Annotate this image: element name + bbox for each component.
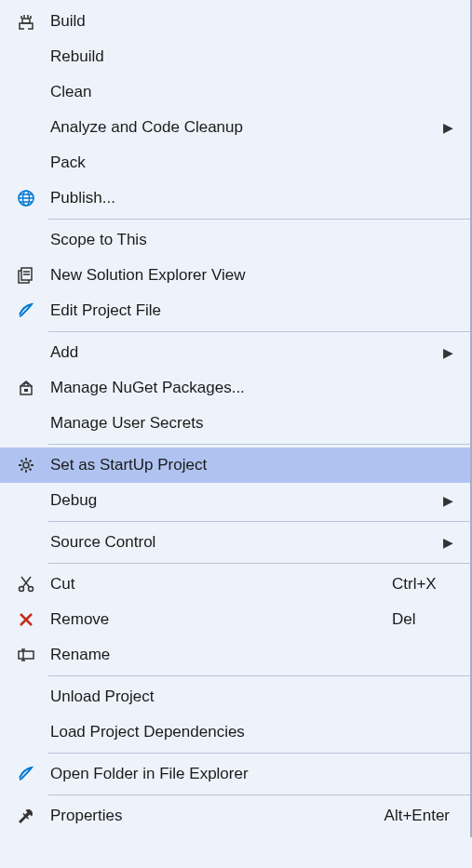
- menu-item-label: Set as StartUp Project: [45, 456, 457, 474]
- menu-item-load-project-dependencies[interactable]: Load Project Dependencies: [0, 714, 470, 750]
- menu-separator: [48, 753, 470, 754]
- svg-rect-11: [19, 651, 34, 659]
- svg-point-9: [20, 587, 24, 592]
- menu-separator: [48, 444, 470, 445]
- submenu-arrow-icon: ▶: [438, 345, 457, 360]
- menu-item-label: Unload Project: [45, 688, 457, 706]
- publish-icon: [7, 189, 45, 207]
- menu-item-label: Edit Project File: [45, 301, 457, 320]
- menu-item-add[interactable]: Add▶: [0, 335, 470, 370]
- solution-view-icon: [7, 266, 45, 285]
- menu-separator: [48, 675, 470, 676]
- menu-item-label: Debug: [45, 491, 438, 510]
- menu-item-manage-user-secrets[interactable]: Manage User Secrets: [0, 406, 470, 441]
- menu-item-manage-nuget-packages[interactable]: Manage NuGet Packages...: [0, 370, 470, 406]
- submenu-arrow-icon: ▶: [438, 535, 457, 550]
- submenu-arrow-icon: ▶: [438, 493, 457, 508]
- menu-item-cut[interactable]: CutCtrl+X: [0, 567, 470, 602]
- menu-item-pack[interactable]: Pack: [0, 145, 470, 180]
- nuget-icon: [7, 379, 45, 397]
- menu-item-analyze-and-code-cleanup[interactable]: Analyze and Code Cleanup▶: [0, 110, 470, 145]
- menu-item-label: Load Project Dependencies: [45, 723, 457, 741]
- menu-item-unload-project[interactable]: Unload Project: [0, 679, 470, 714]
- menu-item-shortcut: Ctrl+X: [392, 575, 457, 594]
- remove-icon: [7, 610, 45, 629]
- menu-item-build[interactable]: Build: [0, 4, 470, 39]
- menu-item-properties[interactable]: PropertiesAlt+Enter: [0, 798, 470, 834]
- menu-item-label: Manage User Secrets: [45, 414, 457, 433]
- menu-item-label: Source Control: [45, 533, 438, 552]
- menu-item-label: Add: [45, 343, 438, 362]
- context-menu: BuildRebuildCleanAnalyze and Code Cleanu…: [0, 0, 472, 837]
- edit-icon: [7, 301, 45, 320]
- build-icon: [7, 12, 45, 31]
- menu-item-label: Rename: [45, 646, 457, 664]
- menu-item-shortcut: Del: [392, 610, 457, 629]
- menu-item-remove[interactable]: RemoveDel: [0, 602, 470, 637]
- menu-item-set-as-startup-project[interactable]: Set as StartUp Project: [0, 447, 470, 483]
- gear-icon: [7, 456, 45, 474]
- menu-separator: [48, 795, 470, 795]
- menu-item-source-control[interactable]: Source Control▶: [0, 525, 470, 560]
- menu-item-debug[interactable]: Debug▶: [0, 483, 470, 518]
- svg-rect-7: [24, 389, 28, 392]
- menu-item-rebuild[interactable]: Rebuild: [0, 39, 470, 74]
- menu-item-label: Build: [45, 12, 457, 31]
- menu-separator: [48, 563, 470, 564]
- menu-item-label: Clean: [45, 83, 457, 101]
- menu-item-new-solution-explorer-view[interactable]: New Solution Explorer View: [0, 258, 470, 293]
- svg-rect-1: [22, 19, 30, 23]
- menu-item-rename[interactable]: Rename: [0, 637, 470, 673]
- menu-item-label: Scope to This: [45, 231, 457, 249]
- cut-icon: [7, 575, 45, 594]
- menu-separator: [48, 219, 470, 220]
- menu-item-label: Pack: [45, 154, 457, 172]
- menu-item-label: Rebuild: [45, 47, 457, 66]
- menu-item-clean[interactable]: Clean: [0, 74, 470, 110]
- menu-item-label: Cut: [45, 575, 392, 594]
- menu-item-label: Properties: [45, 807, 384, 825]
- menu-item-label: Analyze and Code Cleanup: [45, 118, 438, 137]
- menu-item-edit-project-file[interactable]: Edit Project File: [0, 293, 470, 328]
- svg-point-8: [23, 462, 29, 468]
- menu-item-label: Publish...: [45, 189, 457, 207]
- menu-item-scope-to-this[interactable]: Scope to This: [0, 222, 470, 258]
- menu-item-label: Remove: [45, 610, 392, 629]
- menu-item-publish[interactable]: Publish...: [0, 180, 470, 216]
- menu-item-label: Manage NuGet Packages...: [45, 379, 457, 397]
- svg-point-10: [29, 587, 34, 592]
- menu-separator: [48, 521, 470, 522]
- menu-item-open-folder-in-file-explorer[interactable]: Open Folder in File Explorer: [0, 756, 470, 792]
- submenu-arrow-icon: ▶: [438, 120, 457, 135]
- menu-item-label: New Solution Explorer View: [45, 266, 457, 285]
- menu-separator: [48, 331, 470, 332]
- rename-icon: [7, 646, 45, 664]
- open-folder-icon: [7, 765, 45, 783]
- menu-item-shortcut: Alt+Enter: [384, 807, 457, 825]
- properties-icon: [7, 807, 45, 825]
- menu-item-label: Open Folder in File Explorer: [45, 765, 457, 783]
